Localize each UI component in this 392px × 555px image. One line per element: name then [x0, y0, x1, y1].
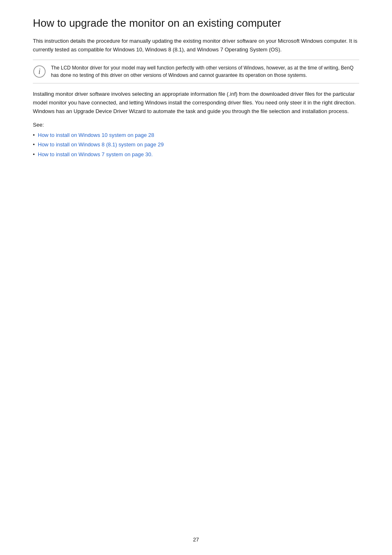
link-windows7[interactable]: How to install on Windows 7 system on pa…	[38, 151, 153, 157]
list-item: How to install on Windows 8 (8.1) system…	[33, 140, 359, 149]
notice-box: i The LCD Monitor driver for your model …	[33, 60, 359, 83]
link-windows8[interactable]: How to install on Windows 8 (8.1) system…	[38, 141, 164, 148]
page-number: 27	[193, 536, 199, 543]
notice-icon: i	[33, 65, 46, 78]
svg-text:i: i	[38, 67, 40, 76]
see-label: See:	[33, 122, 359, 128]
notice-text: The LCD Monitor driver for your model ma…	[51, 64, 359, 79]
link-windows10[interactable]: How to install on Windows 10 system on p…	[38, 132, 154, 138]
page-title: How to upgrade the monitor on an existin…	[33, 16, 359, 30]
list-item: How to install on Windows 7 system on pa…	[33, 150, 359, 159]
list-item: How to install on Windows 10 system on p…	[33, 130, 359, 140]
body-paragraph: Installing monitor driver software invol…	[33, 90, 359, 116]
intro-paragraph: This instruction details the procedure f…	[33, 37, 359, 54]
links-list: How to install on Windows 10 system on p…	[33, 130, 359, 159]
page-container: How to upgrade the monitor on an existin…	[0, 0, 392, 555]
